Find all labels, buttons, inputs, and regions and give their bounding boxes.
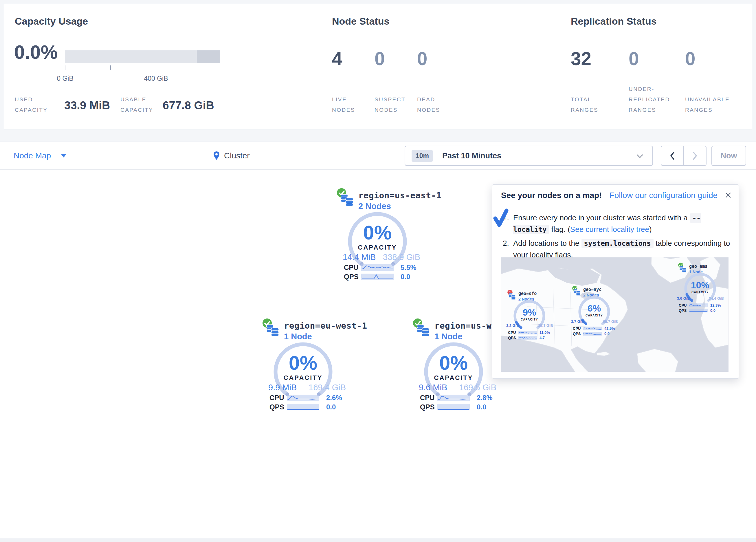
locality-node-us-east-1[interactable]: region=us-east-1 2 Nodes 0% CAPACITY 14.… bbox=[336, 187, 423, 283]
total-ranges-count: 32 bbox=[571, 48, 591, 69]
qps-label: QPS bbox=[344, 273, 361, 281]
used-capacity: 9.6 MiB bbox=[419, 383, 447, 392]
cpu-value: 2.6% bbox=[326, 394, 342, 402]
locality-node-eu-west-1[interactable]: region=eu-west-1 1 Node 0% CAPACITY 9.9 … bbox=[261, 317, 348, 413]
qps-value: 0.0 bbox=[326, 403, 336, 411]
capacity-caption: CAPACITY bbox=[346, 244, 409, 251]
qps-value: 4.7 bbox=[540, 336, 545, 340]
time-forward-button[interactable] bbox=[684, 146, 706, 165]
locality-node-us-west-1[interactable]: region=us-west-1 1 Node 0% CAPACITY 9.6 … bbox=[412, 317, 499, 413]
capacity-bar bbox=[65, 50, 220, 63]
capacity-caption: CAPACITY bbox=[271, 374, 335, 382]
system-locations-code: system.locations bbox=[581, 239, 654, 248]
close-icon[interactable] bbox=[725, 192, 732, 198]
capacity-caption: CAPACITY bbox=[422, 374, 485, 382]
dead-nodes-count: 0 bbox=[417, 48, 427, 69]
bottom-strip bbox=[0, 538, 756, 542]
capacity-percent: 10% bbox=[682, 280, 718, 291]
locality-label: geo=ams bbox=[689, 264, 707, 269]
live-nodes-label: LIVE NODES bbox=[332, 94, 365, 115]
time-step-buttons bbox=[661, 146, 707, 166]
suspect-nodes-count: 0 bbox=[375, 48, 385, 69]
cpu-value: 5.5% bbox=[401, 263, 416, 272]
tooltip-title: See your nodes on a map! bbox=[501, 191, 602, 200]
used-capacity-label: USED CAPACITY bbox=[15, 94, 57, 115]
unavailable-ranges-count: 0 bbox=[685, 48, 696, 69]
replication-status-title: Replication Status bbox=[571, 16, 657, 27]
cpu-value: 11.0% bbox=[540, 330, 550, 335]
qps-sparkline bbox=[518, 336, 537, 340]
locality-label: region=us-east-1 bbox=[358, 190, 441, 200]
cpu-sparkline bbox=[361, 264, 394, 271]
usable-capacity-value: 677.8 GiB bbox=[163, 99, 214, 112]
node-count: 1 Node bbox=[434, 332, 463, 341]
total-ranges-label: TOTAL RANGES bbox=[571, 94, 610, 115]
node-count: 2 Nodes bbox=[358, 201, 391, 211]
nodes-on-map-tooltip: See your nodes on a map! Follow our conf… bbox=[492, 184, 739, 379]
cpu-label: CPU bbox=[508, 330, 518, 335]
time-range-label: Past 10 Minutes bbox=[442, 151, 501, 160]
capacity-percent: 0% bbox=[271, 352, 335, 374]
node-count: 1 Node bbox=[284, 332, 312, 341]
database-stack-icon bbox=[416, 324, 430, 337]
capacity-caption: CAPACITY bbox=[511, 318, 547, 321]
cpu-label: CPU bbox=[420, 394, 437, 402]
capacity-axis-tick-400: 400 GiB bbox=[144, 75, 168, 82]
used-capacity: 3.6 GiB bbox=[677, 296, 690, 301]
chevron-left-icon bbox=[670, 151, 675, 160]
locality-label: geo=nyc bbox=[583, 287, 601, 292]
minimap-node-ams: geo=ams 1 Node 10% CAPACITY 3.6 GiB 34.4… bbox=[677, 262, 726, 314]
qps-sparkline bbox=[437, 404, 470, 410]
qps-label: QPS bbox=[508, 336, 518, 340]
suspect-nodes-label: SUSPECT NODES bbox=[375, 94, 414, 115]
under-replicated-count: 0 bbox=[629, 48, 639, 69]
qps-label: QPS bbox=[420, 403, 437, 411]
locality-label: region=eu-west-1 bbox=[284, 321, 367, 331]
capacity-percent: 0% bbox=[346, 221, 409, 244]
cpu-sparkline bbox=[287, 395, 319, 401]
tooltip-header: See your nodes on a map! Follow our conf… bbox=[492, 185, 739, 206]
toolbar-divider bbox=[396, 145, 396, 166]
cpu-label: CPU bbox=[679, 303, 689, 308]
database-stack-icon bbox=[266, 324, 279, 337]
map-pin-icon bbox=[213, 151, 220, 160]
cpu-label: CPU bbox=[344, 263, 361, 272]
configuration-guide-link[interactable]: Follow our configuration guide bbox=[610, 191, 718, 200]
total-capacity: 34.4 GiB bbox=[709, 296, 724, 301]
cpu-sparkline bbox=[583, 327, 602, 330]
view-selector-dropdown[interactable]: Node Map bbox=[14, 142, 67, 169]
time-range-dropdown[interactable]: 10m Past 10 Minutes bbox=[405, 146, 653, 166]
time-back-button[interactable] bbox=[661, 146, 684, 165]
cpu-sparkline bbox=[689, 304, 708, 307]
blue-check-icon bbox=[493, 208, 509, 227]
toolbar: Node Map Cluster 10m Past 10 Minutes bbox=[0, 141, 756, 170]
capacity-percent: 9% bbox=[511, 307, 547, 318]
qps-value: 0.0 bbox=[604, 332, 610, 336]
tooltip-step-1: 1.Ensure every node in your cluster was … bbox=[503, 212, 731, 235]
chevron-down-icon bbox=[637, 154, 643, 158]
cpu-sparkline bbox=[518, 331, 537, 335]
total-capacity: 35.1 GiB bbox=[538, 324, 553, 328]
minimap-node-sfo: 1 geo=sfo 2 Nodes 9% CAPACITY 3.2 GiB 35… bbox=[506, 289, 555, 341]
cpu-value: 12.3% bbox=[710, 303, 721, 308]
qps-value: 0.0 bbox=[401, 273, 410, 281]
live-nodes-count: 4 bbox=[332, 48, 342, 69]
chevron-down-icon bbox=[61, 154, 67, 157]
used-capacity: 9.9 MiB bbox=[268, 383, 297, 392]
qps-sparkline bbox=[583, 332, 602, 336]
now-button[interactable]: Now bbox=[711, 146, 746, 166]
time-range-badge: 10m bbox=[412, 150, 433, 162]
under-replicated-label: UNDER-REPLICATED RANGES bbox=[629, 84, 679, 115]
minimap-node-nyc: geo=nyc 2 Nodes 6% CAPACITY 3.7 GiB 65.7… bbox=[571, 285, 620, 337]
capacity-caption: CAPACITY bbox=[682, 291, 718, 294]
breadcrumb[interactable]: Cluster bbox=[213, 142, 250, 169]
locality-tree-link[interactable]: See current locality tree bbox=[570, 225, 649, 234]
capacity-usage-title: Capacity Usage bbox=[15, 16, 88, 27]
locality-label: geo=sfo bbox=[518, 291, 537, 296]
total-capacity: 65.7 GiB bbox=[603, 319, 618, 324]
used-capacity: 3.7 GiB bbox=[571, 319, 584, 324]
qps-sparkline bbox=[689, 309, 708, 313]
capacity-percent: 6% bbox=[576, 303, 612, 314]
used-capacity: 14.4 MiB bbox=[343, 252, 376, 262]
total-capacity: 169.4 GiB bbox=[309, 383, 346, 392]
